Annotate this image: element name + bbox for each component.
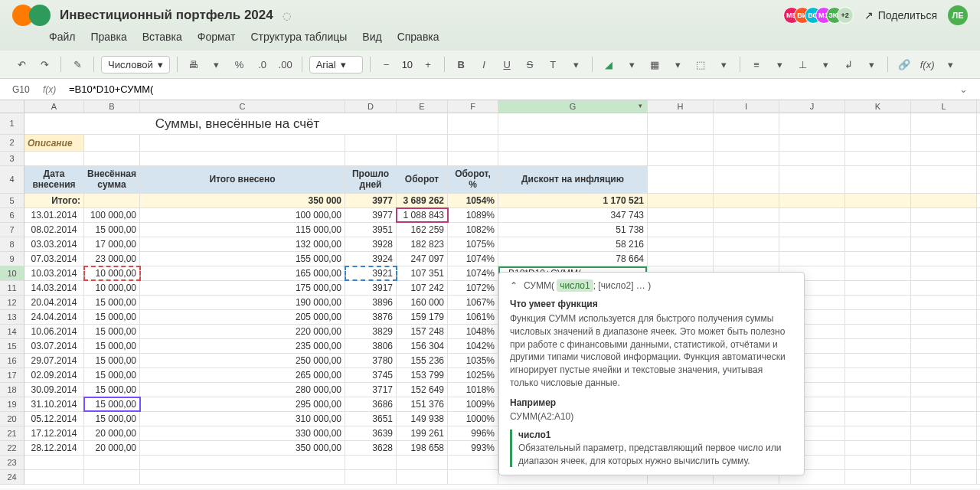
select-all-button[interactable] (0, 100, 24, 113)
column-header-F[interactable]: F (448, 100, 498, 113)
row-header-23[interactable]: 23 (0, 456, 24, 470)
merge-button[interactable]: ⬚ (691, 55, 710, 74)
cell[interactable] (911, 426, 977, 440)
cell[interactable] (845, 208, 911, 222)
column-header-J[interactable]: J (779, 100, 845, 113)
cell[interactable]: 996% (448, 426, 498, 440)
cell[interactable]: 3717 (345, 383, 397, 397)
cell[interactable]: 1000% (448, 412, 498, 426)
cell[interactable]: 350 000,00 (140, 441, 345, 455)
font-size-value[interactable]: 10 (397, 57, 417, 72)
cell[interactable] (911, 252, 977, 266)
percent-button[interactable]: % (230, 55, 249, 74)
cell[interactable] (845, 135, 911, 151)
cell[interactable] (845, 456, 911, 469)
cell[interactable] (648, 194, 714, 207)
cell[interactable] (397, 152, 448, 165)
cell[interactable]: 15 000,00 (84, 412, 140, 426)
cell[interactable] (845, 441, 911, 455)
cell[interactable] (140, 152, 345, 165)
cell[interactable] (845, 397, 911, 411)
column-header-G[interactable]: G (498, 100, 648, 113)
cell[interactable]: 1061% (448, 310, 498, 324)
cell[interactable]: 3651 (345, 412, 397, 426)
cell[interactable] (911, 266, 977, 280)
column-header-E[interactable]: E (397, 100, 448, 113)
chevron-down-icon[interactable]: ▾ (207, 55, 226, 74)
cell[interactable]: 78 664 (498, 252, 648, 266)
cell[interactable]: 05.12.2014 (24, 412, 84, 426)
cell[interactable] (448, 135, 498, 151)
cell[interactable] (24, 470, 84, 484)
cell[interactable] (845, 237, 911, 251)
cell[interactable] (845, 166, 911, 193)
row-header-22[interactable]: 22 (0, 441, 24, 456)
cell[interactable] (448, 113, 498, 134)
cell[interactable]: 347 743 (498, 208, 648, 222)
cell[interactable]: 1035% (448, 354, 498, 368)
expand-formula-icon[interactable]: ⌄ (959, 83, 968, 95)
cell[interactable]: 1 088 843 (397, 208, 448, 222)
cell[interactable] (714, 223, 779, 237)
cell[interactable]: 3928 (345, 237, 397, 251)
cell[interactable]: 3686 (345, 397, 397, 411)
cell[interactable] (498, 113, 648, 134)
wrap-button[interactable]: ↲ (839, 55, 858, 74)
column-header-I[interactable]: I (714, 100, 779, 113)
cell[interactable] (911, 296, 977, 309)
cell[interactable]: 51 738 (498, 223, 648, 237)
italic-button[interactable]: I (475, 55, 493, 74)
cell[interactable]: 31.10.2014 (24, 397, 84, 411)
cell[interactable]: 1074% (448, 266, 498, 280)
menu-вставка[interactable]: Вставка (142, 31, 182, 43)
cell[interactable] (779, 166, 845, 193)
column-header-D[interactable]: D (345, 100, 397, 113)
cell[interactable]: 28.12.2014 (24, 441, 84, 455)
cell[interactable] (911, 397, 977, 411)
cell[interactable] (24, 456, 84, 469)
row-header-20[interactable]: 20 (0, 412, 24, 426)
cell[interactable]: 1 170 521 (498, 194, 648, 207)
menu-файл[interactable]: Файл (49, 31, 75, 43)
cell[interactable] (845, 339, 911, 353)
cell[interactable]: 20 000,00 (84, 426, 140, 440)
cell[interactable] (779, 223, 845, 237)
cell[interactable]: 24.04.2014 (24, 310, 84, 324)
row-header-16[interactable]: 16 (0, 354, 24, 368)
cell[interactable]: 3 689 262 (397, 194, 448, 207)
cell[interactable] (648, 166, 714, 193)
cell[interactable] (397, 135, 448, 151)
row-header-15[interactable]: 15 (0, 339, 24, 354)
number-format-select[interactable]: Числовой▾ (101, 56, 170, 74)
cell[interactable] (779, 135, 845, 151)
cell[interactable] (845, 152, 911, 165)
cell[interactable]: 310 000,00 (140, 412, 345, 426)
cell[interactable] (648, 237, 714, 251)
cell[interactable] (84, 456, 140, 469)
cell[interactable] (911, 354, 977, 368)
cell[interactable]: 220 000,00 (140, 325, 345, 338)
cell[interactable]: 155 236 (397, 354, 448, 368)
cell[interactable] (779, 152, 845, 165)
cell[interactable]: 1054% (448, 194, 498, 207)
cell[interactable] (845, 383, 911, 397)
cell[interactable]: Итого: (24, 194, 84, 207)
cell[interactable] (845, 296, 911, 309)
fill-color-button[interactable]: ◢ (599, 55, 618, 74)
font-increase-button[interactable]: + (419, 55, 437, 74)
row-header-6[interactable]: 6 (0, 208, 24, 223)
cell[interactable]: 02.09.2014 (24, 368, 84, 382)
cell[interactable]: 993% (448, 441, 498, 455)
cell[interactable] (714, 208, 779, 222)
share-button[interactable]: ↗ Поделиться (864, 9, 937, 21)
cell[interactable] (24, 152, 84, 165)
cell[interactable] (845, 223, 911, 237)
column-header-C[interactable]: C (140, 100, 345, 113)
text-color-button[interactable]: T (544, 55, 562, 74)
row-header-12[interactable]: 12 (0, 296, 24, 310)
cell[interactable]: 115 000,00 (140, 223, 345, 237)
cell[interactable]: 1089% (448, 208, 498, 222)
cell[interactable]: 265 000,00 (140, 368, 345, 382)
cell[interactable]: 247 097 (397, 252, 448, 266)
cell[interactable] (84, 152, 140, 165)
